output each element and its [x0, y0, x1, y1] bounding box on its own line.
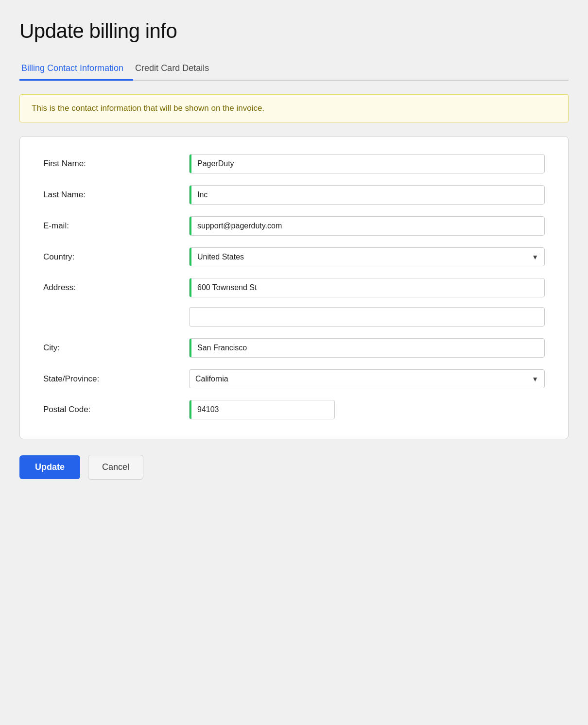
email-field-wrapper: [189, 216, 545, 236]
last-name-row: Last Name:: [43, 185, 545, 205]
email-input-wrapper: [189, 216, 545, 236]
first-name-field: [189, 154, 545, 173]
last-name-input-wrapper: [189, 185, 545, 205]
address1-input-wrapper: [189, 278, 545, 297]
action-buttons: Update Cancel: [19, 455, 569, 480]
address2-input-wrapper: [189, 307, 545, 327]
update-button[interactable]: Update: [19, 455, 80, 479]
last-name-field: [189, 185, 545, 205]
first-name-label: First Name:: [43, 154, 189, 169]
last-name-input[interactable]: [191, 186, 544, 204]
first-name-input-wrapper: [189, 154, 545, 173]
first-name-row: First Name:: [43, 154, 545, 173]
state-field: Alabama Alaska Arizona Arkansas Californ…: [189, 369, 545, 388]
cancel-button[interactable]: Cancel: [88, 455, 143, 480]
city-field: [189, 338, 545, 358]
email-row: E-mail:: [43, 216, 545, 236]
address2-input[interactable]: [190, 308, 544, 326]
city-label: City:: [43, 338, 189, 353]
city-input-wrapper: [189, 338, 545, 358]
address1-input[interactable]: [191, 278, 544, 297]
state-select[interactable]: Alabama Alaska Arizona Arkansas Californ…: [190, 370, 544, 388]
last-name-label: Last Name:: [43, 185, 189, 200]
email-input[interactable]: [191, 217, 544, 235]
address-row: Address:: [43, 278, 545, 327]
postal-code-field: [189, 400, 545, 419]
city-input[interactable]: [191, 339, 544, 357]
city-row: City:: [43, 338, 545, 358]
email-label: E-mail:: [43, 216, 189, 231]
state-label: State/Province:: [43, 369, 189, 384]
postal-code-label: Postal Code:: [43, 400, 189, 414]
first-name-input[interactable]: [191, 155, 544, 173]
address-fields: [189, 278, 545, 327]
postal-code-input[interactable]: [191, 400, 334, 419]
address-label: Address:: [43, 278, 189, 293]
country-row: Country: United States Canada United Kin…: [43, 247, 545, 266]
country-select-wrapper: United States Canada United Kingdom Aust…: [189, 247, 545, 266]
state-select-wrapper: Alabama Alaska Arizona Arkansas Californ…: [189, 369, 545, 388]
state-row: State/Province: Alabama Alaska Arizona A…: [43, 369, 545, 388]
page-title: Update billing info: [19, 19, 569, 43]
country-select[interactable]: United States Canada United Kingdom Aust…: [191, 248, 544, 266]
billing-form-card: First Name: Last Name: E-mail: C: [19, 136, 569, 439]
tab-billing-contact[interactable]: Billing Contact Information: [19, 58, 133, 81]
postal-code-input-wrapper: [189, 400, 335, 419]
info-banner: This is the contact information that wil…: [19, 94, 569, 122]
country-field: United States Canada United Kingdom Aust…: [189, 247, 545, 266]
tab-credit-card[interactable]: Credit Card Details: [133, 58, 219, 81]
postal-code-row: Postal Code:: [43, 400, 545, 419]
tabs-container: Billing Contact Information Credit Card …: [19, 58, 569, 81]
country-label: Country:: [43, 247, 189, 262]
